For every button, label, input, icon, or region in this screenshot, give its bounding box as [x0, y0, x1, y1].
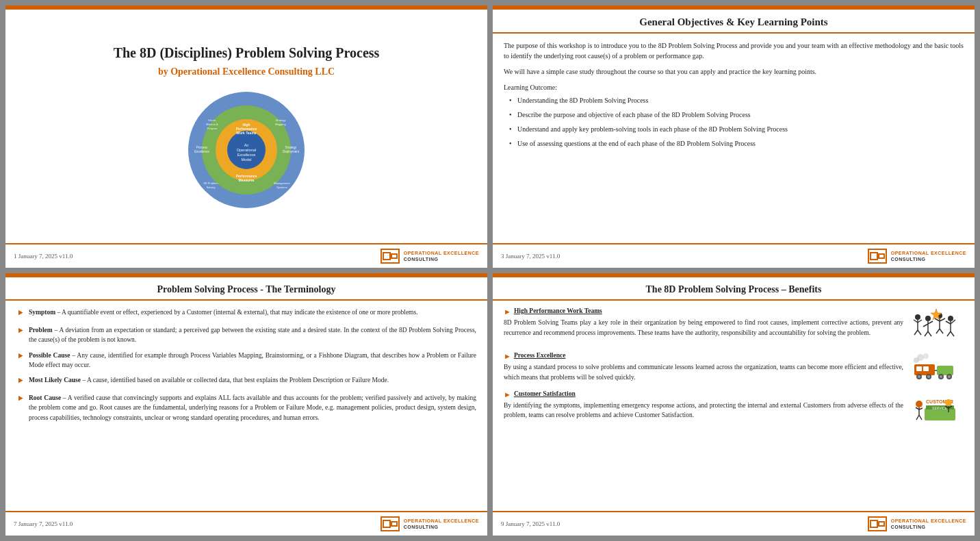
slide-3: Problem Solving Process - The Terminolog… — [5, 273, 487, 536]
slide-2-logo: Operational Excellence Consulting — [868, 249, 966, 264]
logo-icon — [381, 249, 400, 264]
benefit-cs-title: Customer Satisfaction — [514, 389, 576, 399]
benefit-cs-left: ► Customer Satisfaction By identifying t… — [504, 389, 903, 420]
logo-text-3: Operational Excellence Consulting — [404, 518, 479, 530]
slide-2-footer: 3 January 7, 2025 v11.0 Operational Exce… — [493, 243, 975, 268]
slide-2-title: General Objectives & Key Learning Points — [504, 16, 964, 28]
slide-4: The 8D Problem Solving Process – Benefit… — [493, 273, 975, 536]
svg-text:Deployment: Deployment — [283, 150, 300, 153]
svg-line-35 — [928, 321, 933, 324]
svg-line-79 — [916, 415, 919, 420]
svg-text:8D Problem: 8D Problem — [203, 181, 218, 185]
slide-4-footer: 9 January 7, 2025 v11.0 Operational Exce… — [493, 511, 975, 536]
svg-text:Mission &: Mission & — [206, 123, 218, 126]
slide-2-page: 3 January 7, 2025 v11.0 — [501, 253, 560, 260]
term-problem: ‣ Problem – A deviation from an expectat… — [16, 325, 476, 345]
logo-icon-2 — [868, 249, 887, 264]
slide-4-page: 9 January 7, 2025 v11.0 — [501, 520, 560, 527]
slide-2-para1: The purpose of this workshop is to intro… — [504, 40, 964, 61]
svg-line-80 — [919, 415, 922, 420]
svg-point-60 — [940, 375, 942, 378]
benefit-hpwt-title: High Performance Work Teams — [514, 306, 602, 316]
benefit-hpwt-desc: 8D Problem Solving Teams play a key role… — [504, 318, 903, 338]
term-most-likely: ‣ Most Likely Cause – A cause, identifie… — [16, 375, 476, 388]
svg-line-34 — [923, 324, 928, 327]
benefit-arrow-pe: ► — [504, 351, 511, 362]
svg-line-42 — [936, 329, 940, 334]
svg-line-48 — [947, 331, 951, 336]
circle-diagram: An Operational Excellence Model High Per… — [185, 88, 308, 212]
arrow-icon-likely: ‣ — [16, 374, 25, 388]
svg-text:Strategy: Strategy — [285, 146, 298, 149]
slide-4-content: ► High Performance Work Teams 8D Problem… — [493, 301, 975, 536]
term-symptom-text: Symptom – A quantifiable event or effect… — [29, 307, 418, 317]
benefit-cs-title-row: ► Customer Satisfaction — [504, 389, 903, 401]
slide-3-page: 7 January 7, 2025 v11.0 — [14, 520, 73, 527]
slide-4-logo: Operational Excellence Consulting — [868, 516, 966, 531]
logo-text-4: Operational Excellence Consulting — [891, 518, 966, 530]
slide-2-content: The purpose of this workshop is to intro… — [493, 34, 975, 268]
svg-text:Model: Model — [242, 158, 252, 162]
slide-2: General Objectives & Key Learning Points… — [493, 5, 975, 268]
benefit-cs-illustration: CUSTOMER SERVICE — [909, 389, 964, 427]
svg-point-45 — [948, 316, 953, 321]
arrow-icon-possible: ‣ — [16, 349, 25, 363]
svg-point-62 — [948, 375, 951, 378]
benefit-hpwt-left: ► High Performance Work Teams 8D Problem… — [504, 306, 903, 338]
slide-1: The 8D (Disciplines) Problem Solving Pro… — [5, 5, 487, 268]
term-likely-text: Most Likely Cause – A cause, identified … — [29, 375, 389, 385]
bullet-4: Use of assessing questions at the end of… — [509, 138, 964, 149]
svg-rect-58 — [937, 366, 953, 375]
svg-text:Operational: Operational — [237, 148, 256, 152]
benefit-pe-title-row: ► Process Excellence — [504, 351, 903, 362]
svg-text:Mapping: Mapping — [275, 123, 285, 126]
slide-2-para2: We will have a simple case study through… — [504, 66, 964, 77]
svg-line-36 — [925, 331, 928, 336]
svg-point-55 — [918, 375, 920, 378]
svg-line-41 — [940, 318, 945, 321]
term-root-cause: ‣ Root Cause – A verified cause that con… — [16, 393, 476, 423]
arrow-icon-symptom: ‣ — [16, 306, 25, 320]
svg-line-29 — [918, 320, 922, 323]
svg-rect-52 — [916, 366, 922, 371]
svg-line-31 — [918, 330, 921, 335]
slide-1-subtitle: by Operational Excellence Consulting LLC — [158, 66, 335, 77]
svg-point-71 — [945, 399, 952, 406]
svg-point-33 — [925, 316, 931, 321]
slide-1-page: 1 January 7, 2025 v11.0 — [14, 253, 73, 260]
svg-text:Solving: Solving — [206, 186, 215, 189]
slide-2-header: General Objectives & Key Learning Points — [493, 10, 975, 34]
benefit-arrow-cs: ► — [504, 389, 511, 401]
svg-rect-53 — [923, 366, 929, 371]
svg-text:Vision,: Vision, — [208, 118, 216, 122]
slide-4-header: The 8D Problem Solving Process – Benefit… — [493, 277, 975, 301]
benefit-hpwt: ► High Performance Work Teams 8D Problem… — [504, 306, 964, 344]
slide-1-content: The 8D (Disciplines) Problem Solving Pro… — [5, 10, 487, 268]
svg-text:Measures: Measures — [238, 178, 254, 182]
svg-point-65 — [917, 354, 924, 361]
svg-line-46 — [946, 321, 951, 324]
benefit-arrow-hpwt: ► — [504, 306, 511, 318]
term-possible-text: Possible Cause – Any cause, identified f… — [29, 351, 476, 370]
svg-text:Process: Process — [196, 146, 208, 149]
benefit-cs-desc: By identifying the symptoms, implementin… — [504, 401, 903, 420]
term-root-text: Root Cause – A verified cause that convi… — [29, 393, 476, 423]
slide-3-footer: 7 January 7, 2025 v11.0 Operational Exce… — [5, 511, 487, 536]
benefit-cs: ► Customer Satisfaction By identifying t… — [504, 389, 964, 427]
slide-4-title: The 8D Problem Solving Process – Benefit… — [504, 284, 964, 295]
slide-1-title: The 8D (Disciplines) Problem Solving Pro… — [114, 45, 380, 61]
subtitle-company: Operational Excellence Consulting LLC — [170, 66, 335, 77]
bullet-2: Describe the purpose and objective of ea… — [509, 110, 964, 120]
benefit-pe-illustration — [909, 351, 964, 381]
slide-3-logo: Operational Excellence Consulting — [381, 516, 479, 531]
svg-point-27 — [915, 314, 920, 320]
logo-text: Operational Excellence Consulting — [404, 250, 479, 262]
svg-text:Strategy: Strategy — [276, 118, 286, 122]
term-symptom: ‣ Symptom – A quantifiable event or effe… — [16, 307, 476, 320]
svg-line-30 — [914, 330, 918, 335]
svg-text:Excellence: Excellence — [194, 150, 209, 153]
bullet-3: Understand and apply key problem-solving… — [509, 124, 964, 134]
arrow-icon-root: ‣ — [16, 392, 25, 405]
benefit-pe-left: ► Process Excellence By using a standard… — [504, 351, 903, 382]
svg-text:An: An — [244, 143, 249, 147]
